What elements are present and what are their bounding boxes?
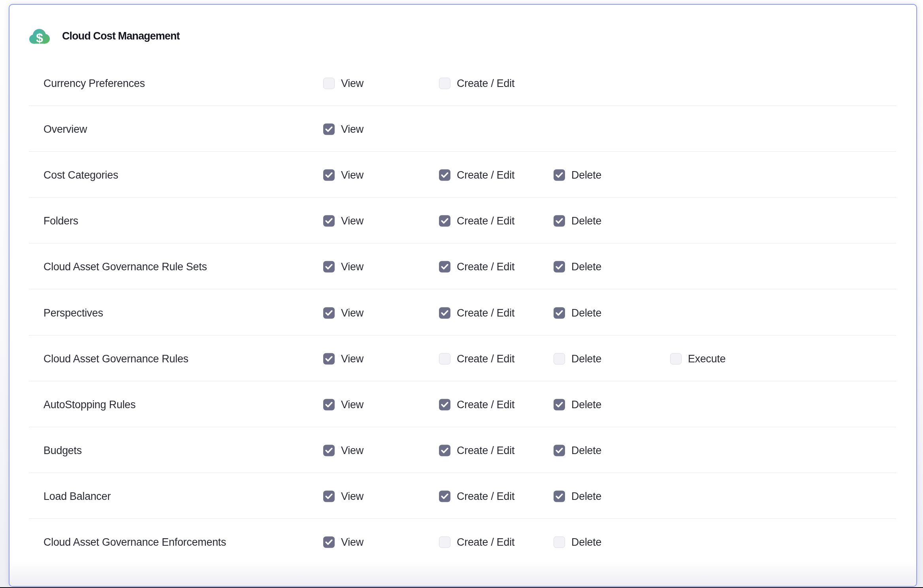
svg-text:$: $ xyxy=(36,30,43,43)
